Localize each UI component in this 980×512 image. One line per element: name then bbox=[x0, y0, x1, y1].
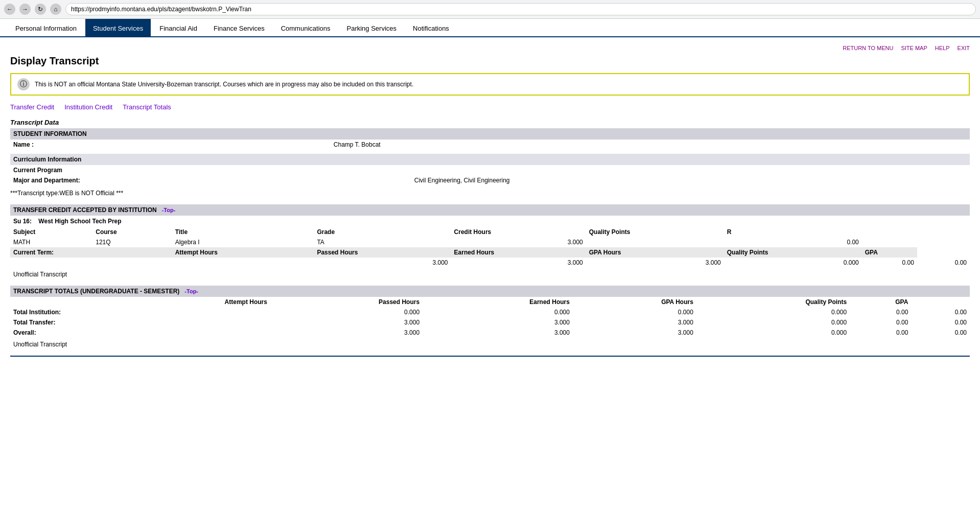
totals-col-gpa: GPA bbox=[850, 297, 911, 307]
col-credit-hours: Credit Hours bbox=[451, 227, 586, 237]
totals-overall-quality2: 0.00 bbox=[850, 328, 911, 338]
current-term-attempt bbox=[172, 258, 314, 268]
transcript-type-note: ***Transcript type:WEB is NOT Official *… bbox=[10, 190, 970, 197]
col-quality-points: Quality Points bbox=[586, 227, 724, 237]
course-r: 0.00 bbox=[724, 237, 862, 247]
forward-button[interactable]: → bbox=[19, 4, 31, 15]
browser-chrome: ← → ↻ ⌂ bbox=[0, 0, 980, 19]
student-information-header: STUDENT INFORMATION bbox=[10, 128, 970, 139]
totals-header: TRANSCRIPT TOTALS (UNDERGRADUATE - SEMES… bbox=[10, 286, 970, 297]
totals-institution-quality: 0.000 bbox=[696, 307, 850, 317]
tab-parking-services[interactable]: Parking Services bbox=[339, 19, 405, 37]
transfer-unofficial-label: Unofficial Transcript bbox=[13, 271, 970, 278]
totals-institution-gpa-hours: 0.000 bbox=[573, 307, 696, 317]
totals-overall-gpa: 0.00 bbox=[911, 328, 970, 338]
col-r: R bbox=[724, 227, 862, 237]
totals-col-attempt: Attempt Hours bbox=[112, 297, 270, 307]
term-institution: West High School Tech Prep bbox=[38, 218, 121, 225]
return-to-menu-link[interactable]: RETURN TO MENU bbox=[843, 45, 893, 51]
transfer-credit-header: TRANSFER CREDIT ACCEPTED BY INSTITUTION … bbox=[10, 204, 970, 216]
totals-overall-earned: 3.000 bbox=[423, 328, 573, 338]
exit-link[interactable]: EXIT bbox=[958, 45, 970, 51]
totals-institution-earned: 0.000 bbox=[423, 307, 573, 317]
section-links: Transfer Credit Institution Credit Trans… bbox=[10, 103, 970, 111]
totals-overall-passed: 3.000 bbox=[270, 328, 423, 338]
transcript-data-label: Transcript Data bbox=[10, 119, 970, 126]
col-grade: Grade bbox=[314, 227, 451, 237]
name-value: Champ T. Bobcat bbox=[331, 139, 970, 150]
warning-banner: ⓘ This is NOT an official Montana State … bbox=[10, 73, 970, 96]
tab-financial-aid[interactable]: Financial Aid bbox=[152, 19, 205, 37]
help-link[interactable]: HELP bbox=[935, 45, 950, 51]
totals-overall-attempt bbox=[112, 328, 270, 338]
current-term-earned: 3.000 bbox=[451, 258, 586, 268]
term-label: Su 16: bbox=[13, 218, 32, 225]
institution-credit-link[interactable]: Institution Credit bbox=[64, 103, 112, 111]
name-label: Name : bbox=[10, 139, 331, 150]
transcript-totals-link[interactable]: Transcript Totals bbox=[123, 103, 171, 111]
totals-col-earned: Earned Hours bbox=[423, 297, 573, 307]
course-title: Algebra I bbox=[172, 237, 314, 247]
totals-institution-quality2: 0.00 bbox=[850, 307, 911, 317]
back-button[interactable]: ← bbox=[4, 4, 15, 15]
totals-transfer-quality: 0.000 bbox=[696, 317, 850, 328]
home-button[interactable]: ⌂ bbox=[50, 4, 61, 15]
totals-institution-passed: 0.000 bbox=[270, 307, 423, 317]
totals-overall-gpa-hours: 3.000 bbox=[573, 328, 696, 338]
totals-transfer-quality2: 0.00 bbox=[850, 317, 911, 328]
top-right-links: RETURN TO MENU SITE MAP HELP EXIT bbox=[10, 45, 970, 51]
curriculum-header: Curriculum Information bbox=[10, 154, 970, 165]
totals-col-quality: Quality Points bbox=[696, 297, 850, 307]
current-term-quality2: 0.00 bbox=[862, 258, 917, 268]
col-gpa: GPA bbox=[862, 247, 917, 258]
warning-text: This is NOT an official Montana State Un… bbox=[35, 81, 413, 88]
tab-personal-information[interactable]: Personal Information bbox=[8, 19, 84, 37]
totals-transfer-gpa-hours: 3.000 bbox=[573, 317, 696, 328]
totals-transfer-earned: 3.000 bbox=[423, 317, 573, 328]
site-map-link[interactable]: SITE MAP bbox=[901, 45, 927, 51]
major-value: Civil Engineering, Civil Engineering bbox=[411, 175, 970, 185]
totals-transfer-label: Total Transfer: bbox=[10, 317, 112, 328]
transfer-credit-link[interactable]: Transfer Credit bbox=[10, 103, 54, 111]
curriculum-table: Current Program Major and Department: Ci… bbox=[10, 165, 970, 185]
bottom-border bbox=[10, 356, 970, 357]
transfer-credit-header-text: TRANSFER CREDIT ACCEPTED BY INSTITUTION bbox=[13, 206, 157, 214]
tab-finance-services[interactable]: Finance Services bbox=[206, 19, 272, 37]
totals-transfer-attempt bbox=[112, 317, 270, 328]
transfer-credit-top-link[interactable]: -Top- bbox=[162, 207, 176, 213]
top-nav: Personal Information Student Services Fi… bbox=[0, 19, 980, 37]
address-bar[interactable] bbox=[65, 3, 976, 15]
totals-institution-gpa: 0.00 bbox=[911, 307, 970, 317]
current-term-values-row: 3.000 3.000 3.000 0.000 0.00 0.00 bbox=[10, 258, 970, 268]
totals-overall-row: Overall: 3.000 3.000 3.000 0.000 0.00 0.… bbox=[10, 328, 970, 338]
current-term-label: Current Term: bbox=[10, 247, 172, 258]
totals-unofficial-label: Unofficial Transcript bbox=[13, 341, 970, 348]
col-course: Course bbox=[92, 227, 172, 237]
col-quality-points2: Quality Points bbox=[724, 247, 862, 258]
course-credit-hours: 3.000 bbox=[451, 237, 586, 247]
warning-icon: ⓘ bbox=[17, 78, 30, 90]
col-passed-hours: Passed Hours bbox=[314, 247, 451, 258]
totals-institution-attempt bbox=[112, 307, 270, 317]
tab-communications[interactable]: Communications bbox=[273, 19, 338, 37]
table-row: MATH 121Q Algebra I TA 3.000 0.00 bbox=[10, 237, 970, 247]
current-term-quality: 0.000 bbox=[724, 258, 862, 268]
page-content: RETURN TO MENU SITE MAP HELP EXIT Displa… bbox=[0, 37, 980, 364]
major-label: Major and Department: bbox=[10, 175, 411, 185]
totals-overall-label: Overall: bbox=[10, 328, 112, 338]
reload-button[interactable]: ↻ bbox=[35, 4, 46, 15]
student-info-table: Name : Champ T. Bobcat bbox=[10, 139, 970, 150]
totals-col-label bbox=[10, 297, 112, 307]
tab-notifications[interactable]: Notifications bbox=[405, 19, 457, 37]
totals-table: Attempt Hours Passed Hours Earned Hours … bbox=[10, 297, 970, 338]
totals-col-gpa-hours: GPA Hours bbox=[573, 297, 696, 307]
course-number: 121Q bbox=[92, 237, 172, 247]
tab-student-services[interactable]: Student Services bbox=[85, 19, 151, 37]
totals-transfer-row: Total Transfer: 3.000 3.000 3.000 0.000 … bbox=[10, 317, 970, 328]
totals-institution-label: Total Institution: bbox=[10, 307, 112, 317]
transcript-totals-section: TRANSCRIPT TOTALS (UNDERGRADUATE - SEMES… bbox=[10, 286, 970, 348]
current-term-row: Current Term: Attempt Hours Passed Hours… bbox=[10, 247, 970, 258]
totals-top-link[interactable]: -Top- bbox=[184, 288, 198, 294]
transfer-courses-table: Su 16: West High School Tech Prep Subjec… bbox=[10, 216, 970, 268]
current-program-label: Current Program bbox=[10, 165, 411, 175]
